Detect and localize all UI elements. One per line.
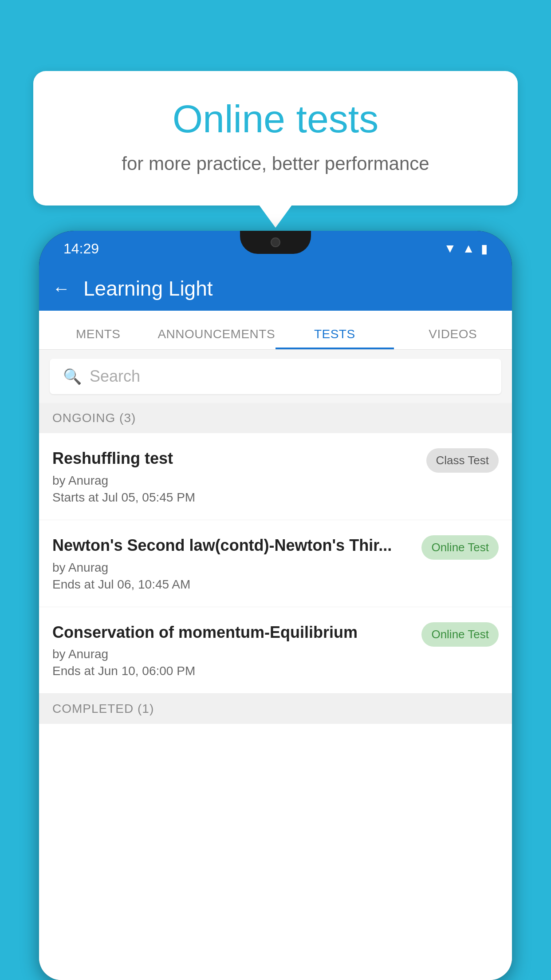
camera-dot	[271, 237, 280, 247]
search-container: 🔍 Search	[39, 350, 512, 403]
test-info: Newton's Second law(contd)-Newton's Thir…	[52, 535, 421, 592]
test-date: Ends at Jun 10, 06:00 PM	[52, 664, 413, 678]
tab-bar: MENTS ANNOUNCEMENTS TESTS VIDEOS	[39, 311, 512, 350]
app-header: ← Learning Light	[39, 266, 512, 311]
test-list: Reshuffling test by Anurag Starts at Jul…	[39, 433, 512, 694]
search-placeholder: Search	[90, 367, 140, 386]
test-item[interactable]: Conservation of momentum-Equilibrium by …	[39, 607, 512, 694]
phone-screen: MENTS ANNOUNCEMENTS TESTS VIDEOS 🔍 Searc…	[39, 311, 512, 980]
tab-videos[interactable]: VIDEOS	[394, 327, 512, 349]
test-name: Conservation of momentum-Equilibrium	[52, 622, 413, 643]
completed-section-header: COMPLETED (1)	[39, 694, 512, 724]
battery-icon: ▮	[481, 241, 488, 256]
ongoing-section-header: ONGOING (3)	[39, 403, 512, 433]
speech-bubble: Online tests for more practice, better p…	[33, 71, 518, 205]
ongoing-label: ONGOING (3)	[52, 411, 136, 425]
test-info: Reshuffling test by Anurag Starts at Jul…	[52, 448, 426, 505]
wifi-icon: ▼	[444, 241, 457, 256]
signal-icon: ▲	[462, 241, 475, 256]
back-button[interactable]: ←	[52, 279, 70, 299]
search-bar[interactable]: 🔍 Search	[50, 359, 501, 394]
test-badge-online: Online Test	[421, 535, 499, 560]
test-info: Conservation of momentum-Equilibrium by …	[52, 622, 421, 679]
test-date: Ends at Jul 06, 10:45 AM	[52, 577, 413, 592]
search-icon: 🔍	[63, 368, 82, 385]
test-item[interactable]: Newton's Second law(contd)-Newton's Thir…	[39, 520, 512, 607]
tab-ments[interactable]: MENTS	[39, 327, 157, 349]
test-name: Reshuffling test	[52, 448, 417, 469]
test-author: by Anurag	[52, 647, 413, 661]
bubble-title: Online tests	[69, 98, 482, 141]
bubble-subtitle: for more practice, better performance	[69, 153, 482, 174]
test-item[interactable]: Reshuffling test by Anurag Starts at Jul…	[39, 433, 512, 520]
test-author: by Anurag	[52, 561, 413, 575]
notch	[240, 231, 311, 254]
status-bar: 14:29 ▼ ▲ ▮	[39, 231, 512, 266]
status-time: 14:29	[63, 241, 99, 257]
status-icons: ▼ ▲ ▮	[444, 241, 488, 256]
phone-frame: 14:29 ▼ ▲ ▮ ← Learning Light MENTS ANNOU…	[39, 231, 512, 980]
test-author: by Anurag	[52, 474, 417, 488]
app-title: Learning Light	[83, 277, 213, 300]
test-date: Starts at Jul 05, 05:45 PM	[52, 490, 417, 505]
phone-inner: MENTS ANNOUNCEMENTS TESTS VIDEOS 🔍 Searc…	[39, 311, 512, 980]
tab-tests[interactable]: TESTS	[276, 327, 394, 349]
test-name: Newton's Second law(contd)-Newton's Thir…	[52, 535, 413, 556]
test-badge-class: Class Test	[426, 448, 499, 473]
tab-announcements[interactable]: ANNOUNCEMENTS	[157, 327, 276, 349]
test-badge-online-2: Online Test	[421, 622, 499, 647]
completed-label: COMPLETED (1)	[52, 702, 154, 715]
